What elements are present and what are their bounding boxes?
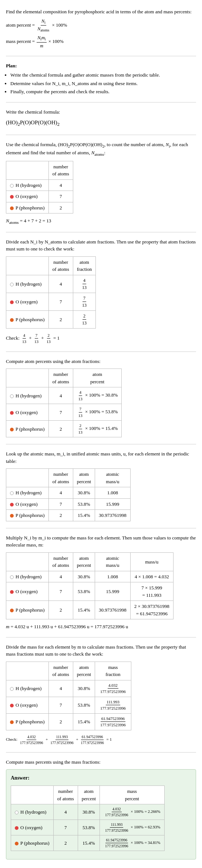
count-atoms-text: Use the chemical formula, (HO)2P(O)OP(O)…	[6, 141, 196, 157]
o-dot-4	[10, 503, 14, 507]
o-ans-frac: 111.993177.972523996	[104, 822, 129, 833]
p-dot-2	[10, 318, 14, 322]
p-frac-2: 213	[73, 310, 95, 328]
atom-pct-table: numberof atoms atompercent H (hydrogen) …	[6, 369, 122, 437]
p-mass-5: 2 × 30.973761998= 61.947523996	[130, 601, 173, 619]
chemical-formula: (HO)2P(O)OP(O)(OH)2	[6, 118, 196, 128]
answer-box: Answer: numberof atoms atompercent massp…	[6, 769, 196, 859]
o-pct-6: 53.8%	[73, 697, 95, 713]
o-atompct-ans: 53.8%	[78, 820, 100, 835]
col-element-4	[6, 469, 49, 487]
h-pct-4: 30.8%	[73, 487, 95, 499]
h-atoms-5: 4	[48, 571, 73, 582]
o-atomic-5: 15.999	[95, 582, 131, 601]
h-atoms-ans: 4	[53, 804, 78, 820]
divide-title: Divide each N_i by N_atoms to calculate …	[6, 238, 196, 253]
col-mass-5: mass/u	[130, 552, 173, 571]
o-atoms-ans: 7	[53, 820, 78, 835]
p-atoms-ans: 2	[53, 835, 78, 851]
mass-compute-table: numberof atoms atompercent atomicmass/u …	[6, 552, 174, 620]
h-massfrac-display: 4.032177.972523996	[100, 682, 127, 695]
o-element-6: O (oxygen)	[6, 697, 49, 713]
col-atoms-4: numberof atoms	[48, 469, 73, 487]
p-element-2: P (phosphorus)	[6, 310, 49, 328]
atomic-mass-section: Look up the atomic mass, m_i, in unified…	[6, 450, 196, 521]
divider-5	[6, 351, 196, 352]
col-mass-4: atomicmass/u	[95, 469, 131, 487]
o-frac-2: 713	[73, 293, 95, 310]
table-row: O (oxygen) 7 713	[6, 293, 96, 310]
p-dot-1	[10, 206, 14, 210]
col-masspct-ans: masspercent	[100, 786, 164, 804]
o-mass-5: 7 × 15.999= 111.993	[130, 582, 173, 601]
o-pct-frac: 713	[78, 406, 83, 418]
divider-2	[6, 102, 196, 102]
col-pct-3: atompercent	[73, 369, 122, 387]
o-dot-3	[10, 411, 14, 415]
p-pct-5: 15.4%	[73, 601, 95, 619]
table-row: P (phosphorus) 2 213	[6, 310, 96, 328]
o-pct-5: 53.8%	[73, 582, 95, 601]
col-atoms-ans: numberof atoms	[53, 786, 78, 804]
col-element-2	[6, 256, 49, 275]
intro-section: Find the elemental composition for pyrop…	[6, 8, 196, 49]
col-element-3	[6, 369, 49, 387]
plan-item-2: Determine values for N_i, m_i, N_atoms a…	[10, 80, 196, 87]
table-row: P (phosphorus) 2	[6, 202, 73, 213]
o-atoms-1: 7	[48, 191, 73, 202]
p-massfrac-display: 61.947523996177.972523996	[100, 716, 127, 728]
o-mass-4: 15.999	[95, 498, 131, 510]
h-masspct-ans: 4.032177.972523996 × 100% = 2.266%	[100, 804, 164, 820]
h-element-2: H (hydrogen)	[6, 275, 49, 293]
divider-6	[6, 444, 196, 444]
o-atoms-3: 7	[48, 404, 73, 421]
table-row: P (phosphorus) 2 213 × 100% = 15.4%	[6, 421, 122, 437]
h-element-1: H (hydrogen)	[6, 179, 49, 191]
h-dot-ans	[15, 811, 18, 814]
o-massfrac-6: 111.993177.972523996	[95, 697, 131, 713]
h-mass-4: 1.008	[95, 487, 131, 499]
p-element-4: P (phosphorus)	[6, 510, 49, 521]
plan-title: Plan:	[6, 62, 196, 70]
o-element-ans: O (oxygen)	[11, 820, 54, 835]
p-masspct-ans: 61.947523996177.972523996 × 100% = 34.81…	[100, 835, 164, 851]
o-element-2: O (oxygen)	[6, 293, 49, 310]
p-massfrac-6: 61.947523996177.972523996	[95, 713, 131, 730]
plan-section: Plan: Write the chemical formula and gat…	[6, 62, 196, 95]
col-element-ans	[11, 786, 54, 804]
h-dot-3	[10, 394, 14, 398]
o-atoms-5: 7	[48, 582, 73, 601]
check-2: Check: 4.032177.972523996 + 111.993177.9…	[6, 734, 196, 746]
table-row: H (hydrogen) 4 413	[6, 275, 96, 293]
write-formula-title: Write the chemical formula:	[6, 108, 196, 116]
p-dot-5	[10, 609, 14, 612]
h-dot-4	[10, 491, 14, 495]
atom-percent-formula: atom percent = Ni Natoms × 100%	[6, 18, 196, 33]
h-dot-1	[10, 184, 14, 188]
o-dot-2	[10, 300, 14, 304]
h-mass-5: 4 × 1.008 = 4.032	[130, 571, 173, 582]
h-element-6: H (hydrogen)	[6, 680, 49, 697]
o-dot-5	[10, 590, 14, 594]
h-element-4: H (hydrogen)	[6, 487, 49, 499]
check-frac-2: 713	[34, 332, 39, 345]
p-element-6: P (phosphorus)	[6, 713, 49, 730]
table-row: P (phosphorus) 2 15.4% 30.973761998 2 × …	[6, 601, 174, 619]
table-row: H (hydrogen) 4 30.8% 1.008 4 × 1.008 = 4…	[6, 571, 174, 582]
h-pct-frac: 413	[78, 389, 83, 402]
mass-percent-title: Compute mass percents using the mass fra…	[6, 758, 196, 766]
p-dot-4	[10, 514, 14, 518]
o-pct-4: 53.8%	[73, 498, 95, 510]
col-atoms-2: numberof atoms	[48, 256, 73, 275]
table-row: H (hydrogen) 4 30.8% 4.032177.972523996 …	[11, 804, 165, 820]
mass-percent-label: mass percent =	[6, 38, 36, 44]
divider-8	[6, 637, 196, 637]
o-element-3: O (oxygen)	[6, 404, 49, 421]
p-pct-4: 15.4%	[73, 510, 95, 521]
table-row: O (oxygen) 7 713 × 100% = 53.8%	[6, 404, 122, 421]
h-atomic-5: 1.008	[95, 571, 131, 582]
table-row: O (oxygen) 7 53.8% 111.993177.972523996 …	[11, 820, 165, 835]
mass-frac-title: Divide the mass for each element by m to…	[6, 643, 196, 658]
p-pct-frac: 213	[78, 423, 83, 435]
mass-frac-table: numberof atoms atompercent massfraction …	[6, 662, 131, 730]
